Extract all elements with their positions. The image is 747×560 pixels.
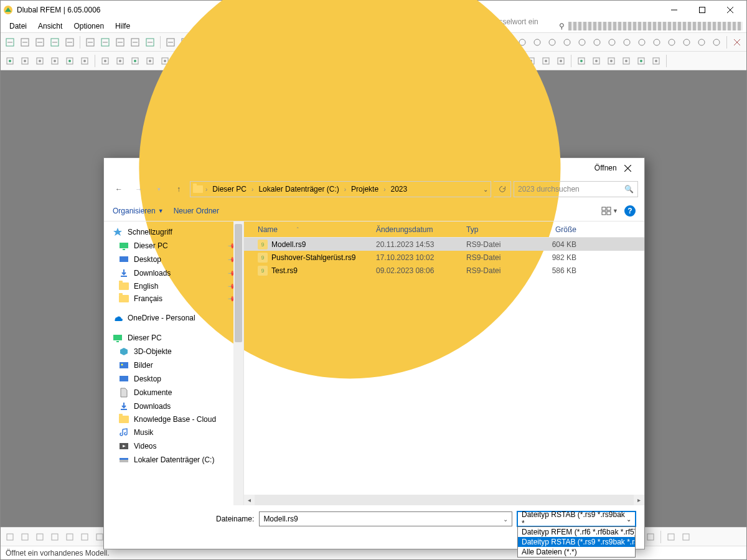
- menu-ansicht[interactable]: Ansicht: [33, 21, 67, 32]
- nav-documents[interactable]: Dokumente: [104, 386, 243, 399]
- nav-recent-button[interactable]: ▾: [150, 180, 167, 198]
- filename-input[interactable]: Modell.rs9 ⌄: [259, 511, 512, 526]
- svg-point-117: [655, 60, 657, 62]
- svg-point-129: [121, 364, 123, 366]
- nav-this-pc-2[interactable]: Dieser PC: [104, 331, 243, 345]
- filetype-option[interactable]: Alle Dateien (*.*): [518, 547, 635, 557]
- t2-37[interactable]: [590, 54, 603, 68]
- menu-datei[interactable]: Datei: [4, 21, 32, 32]
- t2-4[interactable]: [63, 54, 77, 68]
- nav-kb[interactable]: Knowledge Base - Cloud: [104, 413, 243, 426]
- file-row[interactable]: 9Pushover-Stahlgerüst.rs917.10.2023 10:0…: [244, 251, 644, 264]
- tool-r10[interactable]: [665, 35, 679, 49]
- search-input[interactable]: 2023 durchsuchen 🔍: [514, 181, 638, 197]
- tool-3[interactable]: [48, 35, 62, 49]
- b-43[interactable]: [679, 530, 693, 544]
- minimize-button[interactable]: [660, 1, 688, 19]
- t2-40[interactable]: [634, 54, 648, 68]
- chevron-down-icon[interactable]: ⌄: [503, 516, 508, 523]
- svg-rect-140: [96, 534, 103, 540]
- nav-francais[interactable]: Français📌: [104, 292, 243, 305]
- file-row[interactable]: 9Test.rs909.02.2023 08:06RS9-Datei586 KB: [244, 264, 644, 277]
- t2-0[interactable]: [3, 54, 17, 68]
- tool-5[interactable]: [83, 35, 97, 49]
- tool-last[interactable]: [730, 35, 744, 49]
- nav-up-button[interactable]: ↑: [170, 180, 187, 198]
- file-row[interactable]: 9Modell.rs920.11.2023 14:53RS9-Datei604 …: [244, 238, 644, 251]
- close-button[interactable]: [716, 1, 744, 19]
- scroll-left-icon[interactable]: ◂: [244, 495, 255, 505]
- filetype-option[interactable]: Dateityp RSTAB (*.rs9 *.rs9bak *.rs8): [518, 537, 635, 547]
- b-5[interactable]: [78, 530, 92, 544]
- t2-3[interactable]: [48, 54, 62, 68]
- nav-disk-c[interactable]: Lokaler Datenträger (C:): [104, 453, 243, 467]
- b-3[interactable]: [48, 530, 62, 544]
- nav-videos[interactable]: Videos: [104, 439, 243, 453]
- col-date[interactable]: Änderungsdatum: [371, 225, 461, 234]
- filetype-select[interactable]: Dateityp RSTAB (*.rs9 *.rs9bak * ⌄: [517, 511, 636, 526]
- dialog-close-button[interactable]: [617, 159, 639, 177]
- tool-r7[interactable]: [620, 35, 634, 49]
- tool-r6[interactable]: [605, 35, 619, 49]
- nav-quick-access[interactable]: Schnellzugriff: [104, 225, 243, 239]
- h-scrollbar[interactable]: ◂ ▸: [244, 495, 644, 505]
- tool-0[interactable]: [3, 35, 17, 49]
- bc-projekte[interactable]: Projekte: [349, 184, 381, 195]
- tool-4[interactable]: [63, 35, 77, 49]
- refresh-button[interactable]: [494, 181, 511, 197]
- maximize-button[interactable]: [688, 1, 716, 19]
- nav-english[interactable]: English📌: [104, 280, 243, 292]
- nav-3d-objects[interactable]: 3D-Objekte: [104, 345, 243, 358]
- view-options-button[interactable]: ▼: [601, 206, 618, 216]
- svg-point-25: [594, 39, 600, 45]
- breadcrumb[interactable]: › Dieser PC› Lokaler Datenträger (C:)› P…: [190, 181, 491, 197]
- tool-2[interactable]: [33, 35, 47, 49]
- t2-2[interactable]: [33, 54, 47, 68]
- tool-1[interactable]: [18, 35, 32, 49]
- tool-r8[interactable]: [635, 35, 649, 49]
- col-size[interactable]: Größe: [535, 225, 581, 234]
- nav-desktop-1[interactable]: Desktop📌: [104, 253, 243, 266]
- nav-onedrive[interactable]: OneDrive - Personal: [104, 311, 243, 325]
- menu-optionen[interactable]: Optionen: [68, 21, 109, 32]
- tool-r12[interactable]: [695, 35, 708, 49]
- nav-downloads-2[interactable]: Downloads: [104, 399, 243, 413]
- t2-38[interactable]: [604, 54, 618, 68]
- t2-1[interactable]: [18, 54, 32, 68]
- search-placeholder: 2023 durchsuchen: [518, 185, 580, 194]
- svg-point-115: [640, 60, 642, 62]
- organize-button[interactable]: Organisieren ▼: [113, 207, 164, 215]
- folder-icon: [193, 185, 203, 193]
- col-type[interactable]: Typ: [461, 225, 535, 234]
- tool-r11[interactable]: [680, 35, 693, 49]
- filetype-option[interactable]: Dateityp RFEM (*.rf6 *.rf6bak *.rf5): [518, 527, 635, 537]
- tool-r9[interactable]: [650, 35, 664, 49]
- b-42[interactable]: [664, 530, 678, 544]
- new-folder-button[interactable]: Neuer Ordner: [174, 207, 219, 215]
- t2-39[interactable]: [619, 54, 633, 68]
- tool-r13[interactable]: [710, 35, 723, 49]
- col-name[interactable]: Name˄: [253, 225, 371, 234]
- t2-5[interactable]: [78, 54, 92, 68]
- nav-music[interactable]: Musik: [104, 426, 243, 439]
- nav-forward-button[interactable]: →: [130, 180, 148, 198]
- bc-this-pc[interactable]: Dieser PC: [210, 184, 249, 195]
- help-button[interactable]: ?: [624, 205, 636, 217]
- b-2[interactable]: [33, 530, 47, 544]
- b-4[interactable]: [63, 530, 77, 544]
- nav-back-button[interactable]: ←: [110, 180, 128, 198]
- tool-r5[interactable]: [590, 35, 604, 49]
- nav-downloads-1[interactable]: Downloads📌: [104, 266, 243, 280]
- breadcrumb-dropdown-icon[interactable]: ⌄: [483, 186, 488, 193]
- nav-desktop-2[interactable]: Desktop: [104, 372, 243, 386]
- b-0[interactable]: [3, 530, 17, 544]
- bc-2023[interactable]: 2023: [388, 184, 410, 195]
- nav-pictures[interactable]: Bilder: [104, 358, 243, 372]
- scroll-right-icon[interactable]: ▸: [634, 495, 644, 505]
- nav-scrollbar[interactable]: [233, 222, 243, 505]
- t2-41[interactable]: [649, 54, 663, 68]
- b-41[interactable]: [644, 530, 657, 544]
- bc-disk-c[interactable]: Lokaler Datenträger (C:): [256, 184, 341, 195]
- nav-this-pc-1[interactable]: Dieser PC📌: [104, 239, 243, 253]
- b-1[interactable]: [18, 530, 32, 544]
